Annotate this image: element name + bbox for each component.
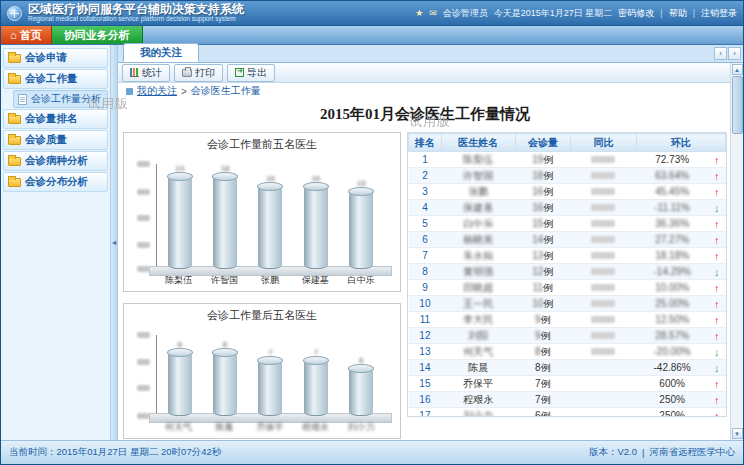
logout-link[interactable]: 注销登录 (701, 7, 737, 20)
volume-cell: 6例 (515, 408, 570, 418)
table-row[interactable]: 8黄明强12例-14.29%↓ (409, 264, 726, 280)
table-row[interactable]: 10王一民10例25.00%↑ (409, 296, 726, 312)
yoy-cell (571, 328, 637, 344)
content-tabstrip: 我的关注 ‹ › (118, 45, 743, 63)
mail-icon: ✉ (429, 8, 437, 18)
org-label: 河南省远程医学中心 (650, 446, 736, 459)
y-axis-tick (137, 266, 150, 272)
rank-cell: 2 (409, 168, 442, 184)
bar-cylinder (213, 175, 237, 269)
workload-table: 排名 医生姓名 会诊量 同比 环比 1陈梨伍19例72.73%↑2许智国18例6… (408, 133, 726, 417)
sidebar-item-label: 会诊量排名 (25, 112, 78, 126)
body-wrap: 会诊申请 会诊工作量 会诊工作量分析 会诊量排名 会诊质量 会诊病种分析 (1, 45, 743, 440)
mom-cell: 27.27% (636, 232, 708, 248)
mom-cell: 25.00% (636, 296, 708, 312)
mom-cell: 250% (636, 392, 708, 408)
mom-cell: -11.11% (636, 200, 708, 216)
yoy-cell (571, 152, 637, 168)
rank-cell: 11 (409, 312, 442, 328)
bar-category-label: 乔保平 (253, 421, 287, 434)
tab-scroll-left-icon[interactable]: ‹ (714, 47, 727, 60)
trend-up-arrow-icon: ↑ (714, 282, 720, 294)
sidebar-item-distribution-analysis[interactable]: 会诊分布分析 (3, 172, 108, 192)
bar-category-label: 刘小力 (344, 421, 378, 434)
mom-cell: 63.64% (636, 168, 708, 184)
sidebar-collapse-handle[interactable]: ◄ (111, 45, 118, 440)
export-button[interactable]: 导出 (227, 64, 275, 82)
table-row[interactable]: 14陈晨8例-42.86%↓ (409, 360, 726, 376)
sidebar-item-consult-quality[interactable]: 会诊质量 (3, 130, 108, 150)
vertical-scrollbar[interactable]: ▲ ▼ (730, 63, 743, 440)
tab-my-focus[interactable]: 我的关注 (123, 43, 199, 62)
mom-cell: -20.00% (636, 344, 708, 360)
tab-scroll-right-icon[interactable]: › (728, 47, 741, 60)
trend-down-arrow-icon: ↓ (714, 266, 720, 278)
scroll-up-icon[interactable]: ▲ (732, 64, 743, 75)
help-link[interactable]: 帮助 (669, 7, 687, 20)
doctor-name-cell: 保建基 (441, 200, 515, 216)
volume-cell: 12例 (515, 264, 570, 280)
volume-cell: 13例 (515, 248, 570, 264)
yoy-cell (571, 280, 637, 296)
sidebar-item-workload-analysis[interactable]: 会诊工作量分析 (13, 90, 108, 108)
change-password-link[interactable]: 密码修改 (618, 7, 654, 20)
blurred-value (591, 252, 615, 259)
trend-cell: ↑ (708, 408, 725, 418)
scroll-down-icon[interactable]: ▼ (732, 428, 743, 439)
table-row[interactable]: 9田晓超11例10.00%↑ (409, 280, 726, 296)
sidebar-item-label: 会诊分布分析 (25, 175, 88, 189)
table-row[interactable]: 15乔保平7例600%↑ (409, 376, 726, 392)
folder-icon (8, 157, 21, 166)
scrollbar-thumb[interactable] (732, 76, 743, 134)
doctor-name-cell: 李大民 (441, 312, 515, 328)
volume-cell: 19例 (515, 152, 570, 168)
trend-up-arrow-icon: ↑ (714, 298, 720, 310)
table-row[interactable]: 13何天气8例-20.00%↓ (409, 344, 726, 360)
nav-tab-analysis[interactable]: 协同业务分析 (52, 26, 143, 44)
table-row[interactable]: 5白中乐15例36.36%↑ (409, 216, 726, 232)
chart-title: 会诊工作量后五名医生 (130, 308, 394, 323)
table-row[interactable]: 6杨晓英14例27.27%↑ (409, 232, 726, 248)
breadcrumb-icon (126, 88, 133, 95)
doctor-name-cell: 何天气 (441, 344, 515, 360)
trend-cell: ↑ (708, 168, 725, 184)
table-row[interactable]: 1陈梨伍19例72.73%↑ (409, 152, 726, 168)
table-row[interactable]: 3张鹏16例45.45%↑ (409, 184, 726, 200)
workload-table-panel: 排名 医生姓名 会诊量 同比 环比 1陈梨伍19例72.73%↑2许智国18例6… (407, 132, 727, 417)
table-row[interactable]: 11李大民9例12.50%↑ (409, 312, 726, 328)
print-button[interactable]: 打印 (174, 64, 223, 82)
sidebar-item-consult-workload[interactable]: 会诊工作量 (3, 69, 108, 89)
table-row[interactable]: 17刘小力6例250%↑ (409, 408, 726, 418)
doctor-name-cell: 刘阳 (441, 328, 515, 344)
doctor-name-cell: 王一民 (441, 296, 515, 312)
bars-group: 88776 (157, 335, 384, 416)
trend-cell: ↑ (708, 312, 725, 328)
sidebar-item-disease-analysis[interactable]: 会诊病种分析 (3, 151, 108, 171)
chart-plot-area: 1918161615 (156, 164, 384, 270)
app-header: 区域医疗协同服务平台辅助决策支持系统 Regional medical coll… (1, 1, 743, 26)
sidebar-item-consult-ranking[interactable]: 会诊量排名 (3, 109, 108, 129)
nav-tab-home[interactable]: ⌂ 首页 (1, 26, 52, 44)
top5-doctors-chart: 会诊工作量前五名医生 1918161615 陈梨伍许智国张鹏保建基白中乐 (123, 132, 401, 292)
yoy-cell (571, 392, 637, 408)
table-row[interactable]: 4保建基16例-11.11%↓ (409, 200, 726, 216)
sidebar-item-consult-request[interactable]: 会诊申请 (3, 48, 108, 68)
table-row[interactable]: 16程艰永7例250%↑ (409, 392, 726, 408)
trend-cell: ↓ (708, 264, 725, 280)
statistics-button[interactable]: 统计 (122, 64, 170, 82)
col-header-mom: 环比 (636, 134, 725, 152)
breadcrumb-separator: > (181, 86, 187, 97)
volume-cell: 11例 (515, 280, 570, 296)
table-row[interactable]: 2许智国18例63.64%↑ (409, 168, 726, 184)
header-right: ★ ✉ 会诊管理员 今天是2015年1月27日 星期二 密码修改 | 帮助 | … (415, 7, 737, 20)
breadcrumb-root-link[interactable]: 我的关注 (137, 84, 177, 98)
chart-icon (130, 68, 139, 77)
mom-cell: -42.86% (636, 360, 708, 376)
tab-scroll-arrows: ‹ › (714, 47, 741, 60)
volume-cell: 16例 (515, 200, 570, 216)
blurred-value (591, 172, 615, 179)
folder-icon (8, 115, 21, 124)
table-row[interactable]: 12刘阳9例28.57%↑ (409, 328, 726, 344)
folder-icon (8, 178, 21, 187)
table-row[interactable]: 7朱永灿13例18.18%↑ (409, 248, 726, 264)
